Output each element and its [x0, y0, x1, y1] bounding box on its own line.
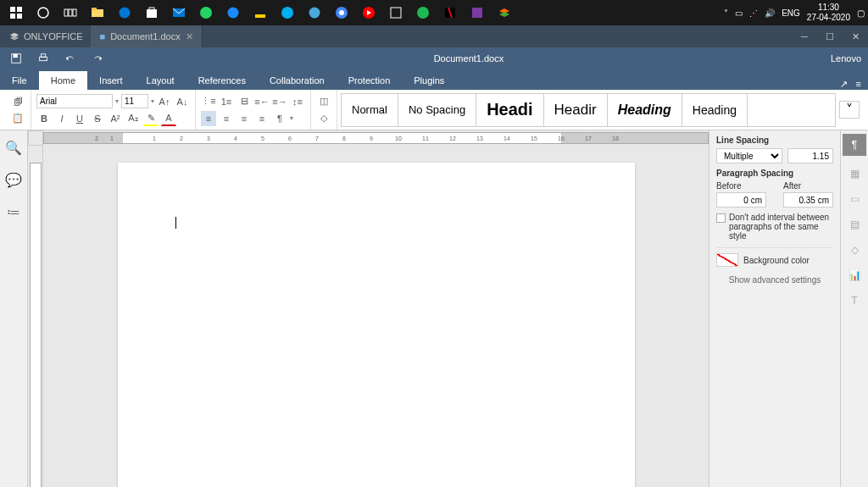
- skype-icon[interactable]: [275, 1, 300, 25]
- cortana-icon[interactable]: [31, 1, 56, 25]
- clock[interactable]: 11:30 27-04-2020: [807, 3, 850, 23]
- onenote-icon[interactable]: [465, 1, 490, 25]
- style-normal[interactable]: Normal: [342, 94, 398, 126]
- bgcolor-swatch[interactable]: [716, 253, 738, 267]
- advanced-settings-link[interactable]: Show advanced settings: [716, 275, 833, 285]
- language-indicator[interactable]: ENG: [782, 8, 800, 18]
- horizontal-ruler[interactable]: 2 1 1 2 3 4 5 6 7 8 9 10 11 12 13 14 15 …: [28, 130, 709, 146]
- onlyoffice-icon[interactable]: [492, 1, 517, 25]
- style-heading4[interactable]: Heading: [682, 94, 748, 126]
- chrome-icon[interactable]: [329, 1, 354, 25]
- align-center-button[interactable]: ≡: [219, 111, 234, 126]
- align-right-button[interactable]: ≡: [236, 111, 252, 126]
- user-name[interactable]: Lenovo: [831, 53, 861, 64]
- redo-button[interactable]: [88, 49, 107, 68]
- subscript-button[interactable]: A₂: [125, 111, 141, 126]
- comments-icon[interactable]: 💬: [5, 171, 22, 188]
- start-button[interactable]: [3, 1, 29, 25]
- style-nospacing[interactable]: No Spacing: [398, 94, 476, 126]
- copy-button[interactable]: 🗐: [10, 94, 25, 109]
- font-color-button[interactable]: A: [161, 111, 176, 126]
- close-tab-icon[interactable]: ✕: [186, 31, 193, 42]
- store-icon[interactable]: [139, 1, 164, 25]
- tab-home[interactable]: Home: [39, 71, 87, 90]
- view-settings-icon[interactable]: ≡: [856, 79, 861, 90]
- shape-settings-icon[interactable]: ◇: [846, 242, 863, 257]
- paragraph-settings-icon[interactable]: ¶: [843, 134, 866, 156]
- search-icon[interactable]: 🔍: [5, 139, 22, 156]
- battery-icon[interactable]: ▭: [735, 8, 743, 18]
- minimize-button[interactable]: ─: [792, 25, 817, 47]
- multilevel-button[interactable]: ⊟: [236, 94, 252, 109]
- nonprinting-button[interactable]: ¶: [272, 111, 287, 126]
- wifi-icon[interactable]: ⋰: [749, 8, 758, 18]
- whatsapp-icon[interactable]: [193, 1, 219, 25]
- textart-settings-icon[interactable]: T: [846, 293, 863, 308]
- vertical-ruler[interactable]: [28, 146, 43, 487]
- open-location-icon[interactable]: ↗: [840, 79, 848, 90]
- increase-font-button[interactable]: A↑: [157, 94, 172, 109]
- close-window-button[interactable]: ✕: [843, 25, 868, 47]
- table-settings-icon[interactable]: ▦: [846, 166, 863, 181]
- align-left-button[interactable]: ≡: [201, 111, 216, 126]
- style-heading3[interactable]: Heading: [608, 94, 682, 126]
- maximize-button[interactable]: ☐: [817, 25, 843, 47]
- italic-button[interactable]: I: [54, 111, 70, 126]
- decrease-font-button[interactable]: A↓: [175, 94, 190, 109]
- style-heading1[interactable]: Headi: [476, 94, 543, 126]
- app2-icon[interactable]: [383, 1, 409, 25]
- linespacing-mode-select[interactable]: Multiple: [716, 148, 782, 163]
- spotify-icon[interactable]: [410, 1, 436, 25]
- print-button[interactable]: [34, 49, 53, 68]
- decrease-indent-button[interactable]: ≡←: [254, 94, 270, 109]
- styles-more-button[interactable]: ˅: [839, 101, 860, 119]
- volume-icon[interactable]: 🔊: [765, 8, 775, 18]
- notifications-icon[interactable]: ▢: [857, 8, 865, 18]
- undo-button[interactable]: [61, 49, 80, 68]
- task-view-icon[interactable]: [58, 1, 83, 25]
- headings-icon[interactable]: ≔: [5, 203, 22, 220]
- superscript-button[interactable]: A²: [108, 111, 123, 126]
- underline-button[interactable]: U: [72, 111, 87, 126]
- netflix-icon[interactable]: [437, 1, 463, 25]
- page[interactable]: [118, 163, 635, 487]
- file-explorer-icon[interactable]: [85, 1, 110, 25]
- tab-plugins[interactable]: Plugins: [402, 71, 456, 90]
- spacing-after-input[interactable]: [783, 192, 833, 208]
- document-canvas[interactable]: [43, 146, 709, 487]
- justify-button[interactable]: ≡: [254, 111, 270, 126]
- bullets-button[interactable]: ⋮≡: [201, 94, 216, 109]
- linespacing-button[interactable]: ↕≡: [290, 94, 305, 109]
- bold-button[interactable]: B: [36, 111, 52, 126]
- tray-chevron-icon[interactable]: ˅: [724, 8, 728, 18]
- tab-insert[interactable]: Insert: [87, 71, 135, 90]
- shading-button[interactable]: ◫: [316, 94, 331, 109]
- edge-icon[interactable]: [112, 1, 137, 25]
- mail-icon[interactable]: [166, 1, 192, 25]
- tab-collaboration[interactable]: Collaboration: [258, 71, 337, 90]
- document-tab[interactable]: ■ Document1.docx ✕: [91, 25, 202, 47]
- image-settings-icon[interactable]: ▭: [846, 191, 863, 207]
- no-interval-checkbox-row[interactable]: Don't add interval between paragraphs of…: [716, 213, 833, 241]
- clear-style-button[interactable]: ◇: [316, 111, 331, 126]
- tab-layout[interactable]: Layout: [135, 71, 186, 90]
- strikethrough-button[interactable]: S: [90, 111, 105, 126]
- linespacing-value-input[interactable]: [787, 148, 833, 163]
- chart-settings-icon[interactable]: 📊: [846, 268, 863, 283]
- tab-file[interactable]: File: [0, 71, 39, 90]
- paste-button[interactable]: 📋: [10, 111, 25, 126]
- font-size-select[interactable]: [121, 94, 148, 108]
- checkbox-icon[interactable]: [716, 213, 726, 223]
- app-icon[interactable]: [248, 1, 273, 25]
- increase-indent-button[interactable]: ≡→: [272, 94, 287, 109]
- edge-legacy-icon[interactable]: [220, 1, 246, 25]
- youtube-icon[interactable]: [356, 1, 381, 25]
- edge-beta-icon[interactable]: [302, 1, 327, 25]
- header-settings-icon[interactable]: ▤: [846, 217, 863, 232]
- spacing-before-input[interactable]: [716, 192, 766, 208]
- tab-protection[interactable]: Protection: [337, 71, 403, 90]
- save-button[interactable]: [7, 49, 25, 68]
- numbering-button[interactable]: 1≡: [219, 94, 234, 109]
- highlight-button[interactable]: ✎: [143, 111, 159, 126]
- font-family-select[interactable]: [36, 94, 113, 108]
